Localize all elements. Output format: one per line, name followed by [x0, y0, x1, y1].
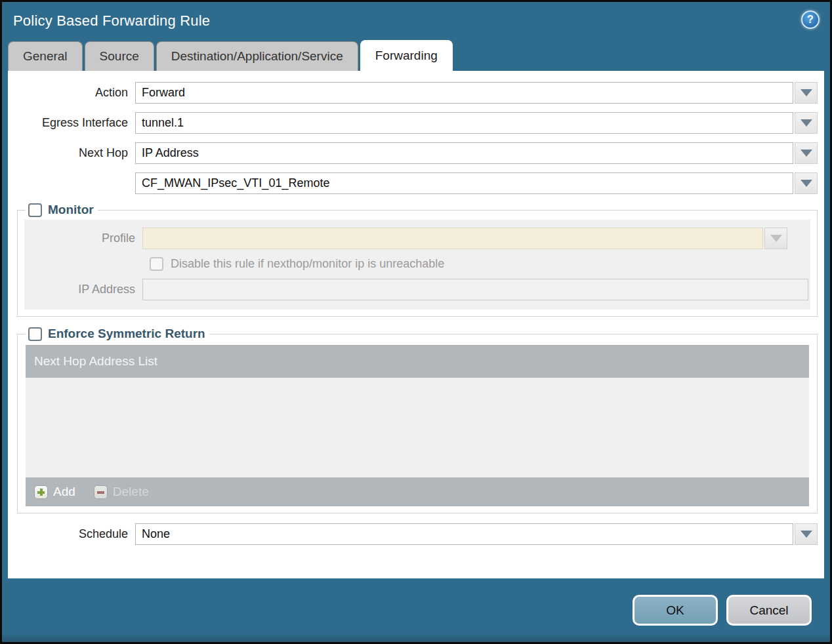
- next-hop-label: Next Hop: [17, 146, 135, 160]
- minus-icon: [94, 485, 108, 499]
- egress-interface-label: Egress Interface: [17, 116, 135, 130]
- chevron-down-icon: [770, 235, 782, 242]
- profile-dropdown-button: [764, 228, 787, 249]
- action-dropdown-button[interactable]: [795, 82, 818, 104]
- next-hop-address-dropdown-button[interactable]: [795, 172, 818, 194]
- tab-general[interactable]: General: [8, 41, 83, 71]
- schedule-select[interactable]: None: [135, 523, 793, 545]
- help-icon[interactable]: ?: [801, 10, 820, 29]
- next-hop-address-list-body: [26, 378, 809, 477]
- enforce-symmetric-return-checkbox[interactable]: [28, 327, 42, 341]
- monitor-ip-address-row: IP Address: [24, 279, 810, 300]
- tab-forwarding[interactable]: Forwarding: [360, 40, 453, 71]
- chevron-down-icon: [801, 89, 812, 96]
- next-hop-type-select[interactable]: IP Address: [135, 142, 793, 164]
- next-hop-type-dropdown-button[interactable]: [795, 142, 818, 164]
- dialog-title: Policy Based Forwarding Rule: [13, 12, 210, 30]
- egress-interface-dropdown-button[interactable]: [795, 112, 818, 134]
- next-hop-address-list-header: Next Hop Address List: [26, 345, 809, 378]
- symmetric-return-section-title: Enforce Symmetric Return: [48, 327, 205, 341]
- add-button-label: Add: [53, 485, 75, 499]
- next-hop-address-row: CF_MWAN_IPsec_VTI_01_Remote: [17, 172, 818, 194]
- symmetric-return-legend: Enforce Symmetric Return: [26, 327, 209, 341]
- monitor-section: Monitor Profile Disable this rule if nex…: [17, 203, 818, 317]
- action-select[interactable]: Forward: [135, 82, 793, 104]
- disable-rule-label: Disable this rule if nexthop/monitor ip …: [171, 257, 444, 271]
- delete-button[interactable]: Delete: [94, 485, 149, 499]
- next-hop-address-list-toolbar: Add Delete: [26, 477, 809, 506]
- chevron-down-icon: [801, 180, 812, 187]
- monitor-legend: Monitor: [26, 203, 98, 217]
- add-button[interactable]: Add: [34, 485, 75, 499]
- plus-icon: [34, 485, 48, 499]
- profile-row: Profile: [24, 228, 810, 249]
- profile-select: [142, 228, 763, 249]
- monitor-ip-address-input: [142, 279, 808, 300]
- chevron-down-icon: [801, 119, 812, 127]
- monitor-panel: Profile Disable this rule if nexthop/mon…: [24, 220, 810, 310]
- tab-source[interactable]: Source: [85, 41, 154, 71]
- monitor-checkbox[interactable]: [28, 203, 42, 217]
- next-hop-row: Next Hop IP Address: [17, 142, 818, 164]
- egress-interface-select[interactable]: tunnel.1: [135, 112, 793, 134]
- delete-button-label: Delete: [113, 485, 149, 499]
- schedule-row: Schedule None: [17, 523, 818, 545]
- ok-button[interactable]: OK: [633, 595, 718, 626]
- cancel-button[interactable]: Cancel: [726, 595, 812, 626]
- disable-rule-checkbox: [150, 257, 163, 271]
- symmetric-return-section: Enforce Symmetric Return Next Hop Addres…: [17, 327, 818, 513]
- action-row: Action Forward: [17, 82, 818, 104]
- egress-interface-row: Egress Interface tunnel.1: [17, 112, 818, 134]
- pbf-rule-dialog: Policy Based Forwarding Rule ? General S…: [0, 0, 832, 644]
- chevron-down-icon: [801, 150, 812, 157]
- dialog-titlebar: Policy Based Forwarding Rule ?: [2, 2, 830, 40]
- tab-bar: General Source Destination/Application/S…: [2, 40, 830, 71]
- next-hop-address-table: Next Hop Address List Add Delete: [26, 345, 809, 506]
- monitor-section-title: Monitor: [48, 203, 94, 217]
- disable-rule-row: Disable this rule if nexthop/monitor ip …: [24, 257, 810, 271]
- schedule-dropdown-button[interactable]: [795, 523, 818, 545]
- chevron-down-icon: [801, 531, 812, 538]
- profile-label: Profile: [24, 231, 142, 245]
- dialog-footer: OK Cancel: [2, 578, 830, 642]
- action-label: Action: [17, 86, 135, 100]
- monitor-ip-address-label: IP Address: [24, 283, 142, 296]
- tab-destination-application-service[interactable]: Destination/Application/Service: [156, 41, 358, 71]
- schedule-label: Schedule: [17, 527, 135, 541]
- next-hop-address-select[interactable]: CF_MWAN_IPsec_VTI_01_Remote: [135, 172, 793, 194]
- forwarding-tab-panel: Action Forward Egress Interface tunnel.1…: [8, 71, 824, 578]
